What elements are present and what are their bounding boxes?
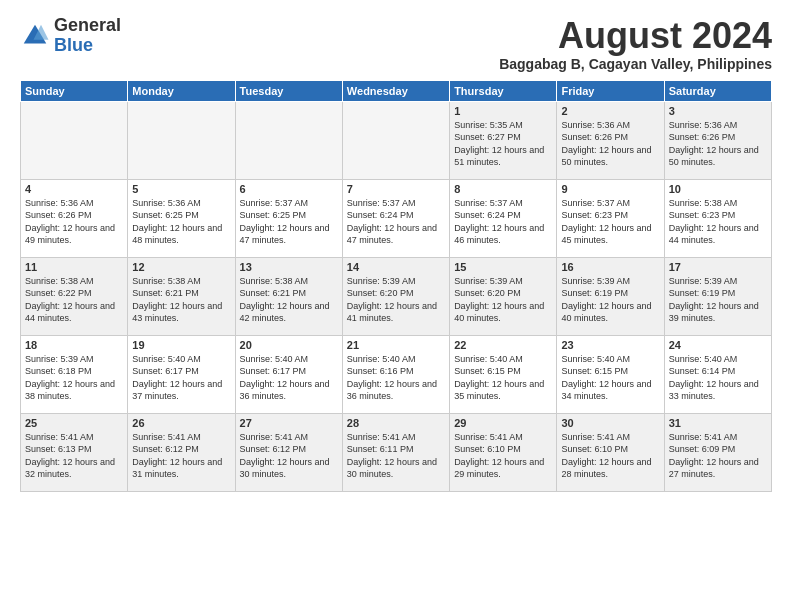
calendar-cell: 29Sunrise: 5:41 AMSunset: 6:10 PMDayligh…: [450, 413, 557, 491]
calendar-cell: 22Sunrise: 5:40 AMSunset: 6:15 PMDayligh…: [450, 335, 557, 413]
calendar-cell: 12Sunrise: 5:38 AMSunset: 6:21 PMDayligh…: [128, 257, 235, 335]
day-info: Sunrise: 5:39 AMSunset: 6:18 PMDaylight:…: [25, 353, 123, 403]
day-info: Sunrise: 5:37 AMSunset: 6:23 PMDaylight:…: [561, 197, 659, 247]
calendar-week-4: 18Sunrise: 5:39 AMSunset: 6:18 PMDayligh…: [21, 335, 772, 413]
day-number: 15: [454, 261, 552, 273]
calendar-cell: 15Sunrise: 5:39 AMSunset: 6:20 PMDayligh…: [450, 257, 557, 335]
calendar-cell: 17Sunrise: 5:39 AMSunset: 6:19 PMDayligh…: [664, 257, 771, 335]
calendar-cell: 10Sunrise: 5:38 AMSunset: 6:23 PMDayligh…: [664, 179, 771, 257]
calendar-cell: 8Sunrise: 5:37 AMSunset: 6:24 PMDaylight…: [450, 179, 557, 257]
day-info: Sunrise: 5:40 AMSunset: 6:16 PMDaylight:…: [347, 353, 445, 403]
day-info: Sunrise: 5:37 AMSunset: 6:25 PMDaylight:…: [240, 197, 338, 247]
day-number: 14: [347, 261, 445, 273]
day-info: Sunrise: 5:36 AMSunset: 6:26 PMDaylight:…: [25, 197, 123, 247]
day-number: 4: [25, 183, 123, 195]
day-info: Sunrise: 5:41 AMSunset: 6:13 PMDaylight:…: [25, 431, 123, 481]
calendar-cell: [128, 101, 235, 179]
day-info: Sunrise: 5:40 AMSunset: 6:15 PMDaylight:…: [454, 353, 552, 403]
day-info: Sunrise: 5:38 AMSunset: 6:23 PMDaylight:…: [669, 197, 767, 247]
day-info: Sunrise: 5:35 AMSunset: 6:27 PMDaylight:…: [454, 119, 552, 169]
header: General Blue August 2024 Baggabag B, Cag…: [20, 16, 772, 72]
day-info: Sunrise: 5:39 AMSunset: 6:19 PMDaylight:…: [561, 275, 659, 325]
day-info: Sunrise: 5:39 AMSunset: 6:19 PMDaylight:…: [669, 275, 767, 325]
day-number: 30: [561, 417, 659, 429]
day-info: Sunrise: 5:40 AMSunset: 6:17 PMDaylight:…: [240, 353, 338, 403]
calendar-cell: 3Sunrise: 5:36 AMSunset: 6:26 PMDaylight…: [664, 101, 771, 179]
day-number: 24: [669, 339, 767, 351]
calendar-week-1: 1Sunrise: 5:35 AMSunset: 6:27 PMDaylight…: [21, 101, 772, 179]
calendar-week-3: 11Sunrise: 5:38 AMSunset: 6:22 PMDayligh…: [21, 257, 772, 335]
calendar-cell: 31Sunrise: 5:41 AMSunset: 6:09 PMDayligh…: [664, 413, 771, 491]
day-number: 19: [132, 339, 230, 351]
day-number: 5: [132, 183, 230, 195]
day-number: 2: [561, 105, 659, 117]
day-number: 1: [454, 105, 552, 117]
day-info: Sunrise: 5:41 AMSunset: 6:10 PMDaylight:…: [454, 431, 552, 481]
col-header-thursday: Thursday: [450, 80, 557, 101]
calendar-cell: 30Sunrise: 5:41 AMSunset: 6:10 PMDayligh…: [557, 413, 664, 491]
calendar-week-2: 4Sunrise: 5:36 AMSunset: 6:26 PMDaylight…: [21, 179, 772, 257]
title-area: August 2024 Baggabag B, Cagayan Valley, …: [499, 16, 772, 72]
day-info: Sunrise: 5:40 AMSunset: 6:17 PMDaylight:…: [132, 353, 230, 403]
calendar-cell: [235, 101, 342, 179]
calendar-cell: 28Sunrise: 5:41 AMSunset: 6:11 PMDayligh…: [342, 413, 449, 491]
day-info: Sunrise: 5:41 AMSunset: 6:09 PMDaylight:…: [669, 431, 767, 481]
day-info: Sunrise: 5:38 AMSunset: 6:21 PMDaylight:…: [132, 275, 230, 325]
calendar-cell: 5Sunrise: 5:36 AMSunset: 6:25 PMDaylight…: [128, 179, 235, 257]
logo-text: General Blue: [54, 16, 121, 56]
day-info: Sunrise: 5:41 AMSunset: 6:10 PMDaylight:…: [561, 431, 659, 481]
calendar-cell: 18Sunrise: 5:39 AMSunset: 6:18 PMDayligh…: [21, 335, 128, 413]
calendar-cell: [21, 101, 128, 179]
calendar-cell: 16Sunrise: 5:39 AMSunset: 6:19 PMDayligh…: [557, 257, 664, 335]
day-number: 26: [132, 417, 230, 429]
day-number: 8: [454, 183, 552, 195]
day-number: 25: [25, 417, 123, 429]
calendar-cell: 6Sunrise: 5:37 AMSunset: 6:25 PMDaylight…: [235, 179, 342, 257]
calendar-cell: 21Sunrise: 5:40 AMSunset: 6:16 PMDayligh…: [342, 335, 449, 413]
day-info: Sunrise: 5:38 AMSunset: 6:21 PMDaylight:…: [240, 275, 338, 325]
day-info: Sunrise: 5:37 AMSunset: 6:24 PMDaylight:…: [347, 197, 445, 247]
calendar-cell: 1Sunrise: 5:35 AMSunset: 6:27 PMDaylight…: [450, 101, 557, 179]
day-number: 10: [669, 183, 767, 195]
logo-general: General: [54, 16, 121, 36]
day-number: 21: [347, 339, 445, 351]
day-info: Sunrise: 5:40 AMSunset: 6:14 PMDaylight:…: [669, 353, 767, 403]
calendar-header-row: SundayMondayTuesdayWednesdayThursdayFrid…: [21, 80, 772, 101]
day-number: 6: [240, 183, 338, 195]
calendar-cell: 14Sunrise: 5:39 AMSunset: 6:20 PMDayligh…: [342, 257, 449, 335]
day-info: Sunrise: 5:41 AMSunset: 6:11 PMDaylight:…: [347, 431, 445, 481]
day-info: Sunrise: 5:41 AMSunset: 6:12 PMDaylight:…: [240, 431, 338, 481]
day-number: 27: [240, 417, 338, 429]
day-number: 29: [454, 417, 552, 429]
calendar-cell: [342, 101, 449, 179]
day-number: 22: [454, 339, 552, 351]
page: General Blue August 2024 Baggabag B, Cag…: [0, 0, 792, 612]
calendar-cell: 25Sunrise: 5:41 AMSunset: 6:13 PMDayligh…: [21, 413, 128, 491]
col-header-wednesday: Wednesday: [342, 80, 449, 101]
day-info: Sunrise: 5:40 AMSunset: 6:15 PMDaylight:…: [561, 353, 659, 403]
day-number: 9: [561, 183, 659, 195]
col-header-friday: Friday: [557, 80, 664, 101]
calendar-cell: 4Sunrise: 5:36 AMSunset: 6:26 PMDaylight…: [21, 179, 128, 257]
logo: General Blue: [20, 16, 121, 56]
day-info: Sunrise: 5:37 AMSunset: 6:24 PMDaylight:…: [454, 197, 552, 247]
calendar-cell: 13Sunrise: 5:38 AMSunset: 6:21 PMDayligh…: [235, 257, 342, 335]
calendar-cell: 7Sunrise: 5:37 AMSunset: 6:24 PMDaylight…: [342, 179, 449, 257]
subtitle: Baggabag B, Cagayan Valley, Philippines: [499, 56, 772, 72]
day-info: Sunrise: 5:36 AMSunset: 6:25 PMDaylight:…: [132, 197, 230, 247]
calendar-cell: 19Sunrise: 5:40 AMSunset: 6:17 PMDayligh…: [128, 335, 235, 413]
day-number: 3: [669, 105, 767, 117]
day-number: 17: [669, 261, 767, 273]
col-header-monday: Monday: [128, 80, 235, 101]
day-info: Sunrise: 5:38 AMSunset: 6:22 PMDaylight:…: [25, 275, 123, 325]
calendar-cell: 2Sunrise: 5:36 AMSunset: 6:26 PMDaylight…: [557, 101, 664, 179]
day-info: Sunrise: 5:39 AMSunset: 6:20 PMDaylight:…: [454, 275, 552, 325]
logo-blue: Blue: [54, 36, 121, 56]
day-info: Sunrise: 5:36 AMSunset: 6:26 PMDaylight:…: [561, 119, 659, 169]
day-number: 12: [132, 261, 230, 273]
calendar-cell: 20Sunrise: 5:40 AMSunset: 6:17 PMDayligh…: [235, 335, 342, 413]
day-info: Sunrise: 5:41 AMSunset: 6:12 PMDaylight:…: [132, 431, 230, 481]
month-title: August 2024: [499, 16, 772, 56]
day-info: Sunrise: 5:39 AMSunset: 6:20 PMDaylight:…: [347, 275, 445, 325]
day-number: 28: [347, 417, 445, 429]
